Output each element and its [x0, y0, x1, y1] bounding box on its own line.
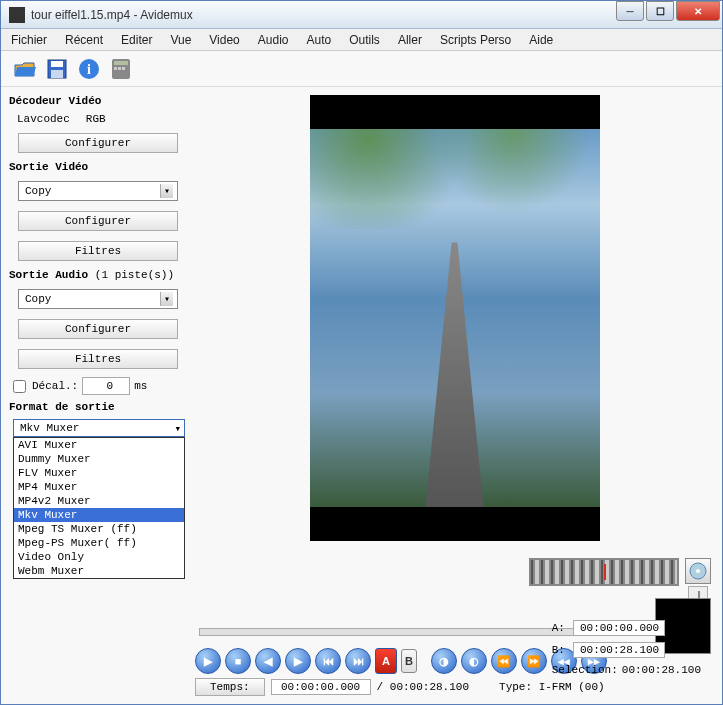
decoder-mode: RGB: [86, 113, 106, 125]
video-out-select[interactable]: Copy: [18, 181, 178, 201]
svg-rect-9: [122, 67, 125, 70]
svg-text:i: i: [87, 62, 91, 77]
menu-recent[interactable]: Récent: [61, 31, 107, 49]
sidebar: Décodeur Vidéo Lavcodec RGB Configurer S…: [9, 95, 187, 696]
selection-time: 00:00:28.100: [622, 664, 701, 676]
format-dropdown[interactable]: Mkv Muxer AVI Muxer Dummy Muxer FLV Muxe…: [13, 419, 185, 437]
video-configure-button[interactable]: Configurer: [18, 211, 178, 231]
format-option-mp4[interactable]: MP4 Muxer: [14, 480, 184, 494]
decal-value[interactable]: 0: [82, 377, 130, 395]
decal-checkbox[interactable]: [13, 380, 26, 393]
menu-audio[interactable]: Audio: [254, 31, 293, 49]
frame-type: Type: I-FRM (00): [499, 681, 605, 693]
save-icon[interactable]: [45, 57, 69, 81]
audio-out-select[interactable]: Copy: [18, 289, 178, 309]
mark-b-label: B:: [552, 644, 565, 656]
menu-video[interactable]: Video: [205, 31, 243, 49]
audio-configure-button[interactable]: Configurer: [18, 319, 178, 339]
format-title: Format de sortie: [9, 401, 187, 413]
prev-key-button[interactable]: ⏮: [315, 648, 341, 674]
menu-scripts[interactable]: Scripts Perso: [436, 31, 515, 49]
video-preview: [310, 95, 600, 541]
svg-point-11: [696, 569, 700, 573]
video-out-title: Sortie Vidéo: [9, 161, 187, 173]
menu-fichier[interactable]: Fichier: [7, 31, 51, 49]
minimize-button[interactable]: ─: [616, 1, 644, 21]
last-frame-button[interactable]: ⏩: [521, 648, 547, 674]
svg-rect-7: [114, 67, 117, 70]
menu-aide[interactable]: Aide: [525, 31, 557, 49]
mark-b-time: 00:00:28.100: [573, 642, 665, 658]
titlebar: tour eiffel1.15.mp4 - Avidemux ─ ☐ ✕: [1, 1, 722, 29]
next-frame-button[interactable]: ▶: [285, 648, 311, 674]
jog-dial[interactable]: [529, 558, 679, 586]
audio-out-title: Sortie Audio (1 piste(s)): [9, 269, 187, 281]
video-filters-button[interactable]: Filtres: [18, 241, 178, 261]
toolbar: i: [1, 51, 722, 87]
menu-auto[interactable]: Auto: [303, 31, 336, 49]
maximize-button[interactable]: ☐: [646, 1, 674, 21]
format-selected[interactable]: Mkv Muxer: [13, 419, 185, 437]
current-time[interactable]: 00:00:00.000: [271, 679, 371, 695]
menu-vue[interactable]: Vue: [166, 31, 195, 49]
next-black-button[interactable]: ◐: [461, 648, 487, 674]
window-title: tour eiffel1.15.mp4 - Avidemux: [31, 8, 193, 22]
format-dropdown-list: AVI Muxer Dummy Muxer FLV Muxer MP4 Muxe…: [13, 437, 185, 579]
format-option-mpegts[interactable]: Mpeg TS Muxer (ff): [14, 522, 184, 536]
format-option-mp4v2[interactable]: MP4v2 Muxer: [14, 494, 184, 508]
decal-unit: ms: [134, 380, 147, 392]
app-icon: [9, 7, 25, 23]
open-icon[interactable]: [13, 57, 37, 81]
menu-editer[interactable]: Editer: [117, 31, 156, 49]
first-frame-button[interactable]: ⏪: [491, 648, 517, 674]
prev-black-button[interactable]: ◑: [431, 648, 457, 674]
format-option-flv[interactable]: FLV Muxer: [14, 466, 184, 480]
menu-outils[interactable]: Outils: [345, 31, 384, 49]
play-button[interactable]: ▶: [195, 648, 221, 674]
disc-icon[interactable]: [685, 558, 711, 584]
mark-a-label: A:: [552, 622, 565, 634]
svg-rect-1: [51, 61, 63, 67]
calc-icon[interactable]: [109, 57, 133, 81]
decoder-codec: Lavcodec: [17, 113, 70, 125]
format-option-videoonly[interactable]: Video Only: [14, 550, 184, 564]
format-option-mkv[interactable]: Mkv Muxer: [14, 508, 184, 522]
svg-rect-2: [51, 70, 63, 78]
svg-rect-8: [118, 67, 121, 70]
info-icon[interactable]: i: [77, 57, 101, 81]
mark-a-button[interactable]: A: [375, 648, 397, 674]
total-time: / 00:00:28.100: [377, 681, 469, 693]
selection-label: Selection:: [552, 664, 618, 676]
time-button[interactable]: Temps:: [195, 678, 265, 696]
format-option-mpegps[interactable]: Mpeg-PS Muxer( ff): [14, 536, 184, 550]
menubar: Fichier Récent Editer Vue Video Audio Au…: [1, 29, 722, 51]
mark-b-button[interactable]: B: [401, 649, 417, 673]
audio-filters-button[interactable]: Filtres: [18, 349, 178, 369]
format-option-dummy[interactable]: Dummy Muxer: [14, 452, 184, 466]
menu-aller[interactable]: Aller: [394, 31, 426, 49]
mark-a-time: 00:00:00.000: [573, 620, 665, 636]
close-button[interactable]: ✕: [676, 1, 720, 21]
decal-label: Décal.:: [32, 380, 78, 392]
decoder-title: Décodeur Vidéo: [9, 95, 187, 107]
next-key-button[interactable]: ⏭: [345, 648, 371, 674]
app-window: tour eiffel1.15.mp4 - Avidemux ─ ☐ ✕ Fic…: [0, 0, 723, 705]
decoder-configure-button[interactable]: Configurer: [18, 133, 178, 153]
prev-frame-button[interactable]: ◀: [255, 648, 281, 674]
svg-rect-6: [114, 61, 128, 65]
format-option-avi[interactable]: AVI Muxer: [14, 438, 184, 452]
stop-button[interactable]: ■: [225, 648, 251, 674]
format-option-webm[interactable]: Webm Muxer: [14, 564, 184, 578]
